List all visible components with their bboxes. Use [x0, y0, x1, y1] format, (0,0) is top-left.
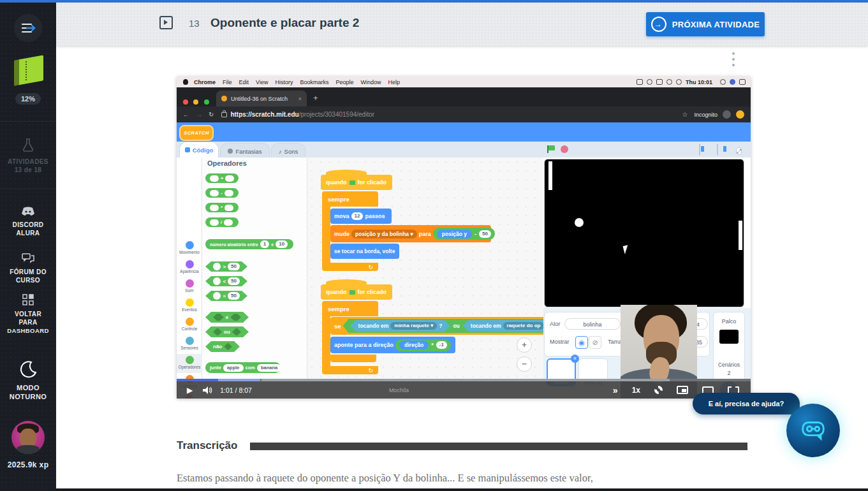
- volume-button[interactable]: [203, 386, 212, 394]
- not-block: não: [205, 341, 240, 352]
- picture-in-picture-icon[interactable]: [677, 386, 688, 394]
- hamburger-arrow-icon: [14, 14, 42, 42]
- flask-icon: [22, 138, 34, 153]
- category-aparencia: Aparência: [177, 260, 202, 274]
- operator-add-block: +: [205, 173, 239, 183]
- menubar-file: File: [223, 79, 232, 85]
- video-lesson-icon: [159, 16, 173, 29]
- night-label-1: MODO: [0, 384, 56, 392]
- drag-handle-dots[interactable]: [732, 52, 736, 69]
- screen-record-icon: [636, 79, 643, 85]
- forum-chat-icon: [21, 253, 35, 264]
- video-player[interactable]: Chrome File Edit View History Bookmarks …: [177, 77, 751, 399]
- dashboard-grid-icon: [22, 293, 34, 306]
- less-than-block: <50: [205, 276, 247, 286]
- clock-icon: [666, 79, 672, 85]
- subtract-operator: posição y - 50: [433, 228, 495, 240]
- scratch-toolbar: SCRATCH ▾ Arquivo Editar Tutoriais Untit…: [177, 122, 751, 142]
- scripts-canvas: quando for clicado sempre ↻ mova12passos…: [307, 158, 543, 381]
- block-palette: Operadores + - * / número aleatório entr…: [202, 158, 307, 381]
- block-category-column: Movimento Aparência Som Eventos Controle…: [177, 158, 202, 381]
- category-sensores: Sensores: [177, 337, 202, 350]
- back-icon: ←: [183, 111, 189, 118]
- right-paddle: [739, 221, 742, 250]
- category-eventos: Eventos: [177, 298, 202, 312]
- settings-gear-icon[interactable]: [654, 386, 663, 394]
- bookmark-star-icon: ☆: [682, 111, 688, 118]
- mouse-cursor: [623, 245, 630, 254]
- menubar-people: People: [335, 79, 353, 85]
- assistant-help-bubble[interactable]: E aí, precisa de ajuda?: [693, 393, 800, 414]
- fullscreen-stage-icon: ⤢: [736, 147, 742, 155]
- menubar-view: View: [256, 79, 268, 85]
- multiply-operator: direção * -1: [395, 339, 451, 351]
- arrow-circle-icon: [651, 17, 666, 32]
- close-window-icon: [183, 99, 188, 105]
- or-block: ou: [205, 326, 249, 337]
- backpack-label: Mochila: [389, 387, 409, 393]
- course-logo[interactable]: [14, 56, 43, 88]
- video-controls-bar: ▶ 1:01 / 8:07 Mochila » 1x: [177, 381, 751, 399]
- skip-button[interactable]: »: [613, 385, 617, 395]
- when-flag-clicked-hat-1: quando for clicado: [321, 175, 392, 190]
- if-arm: [330, 355, 376, 362]
- actor-label: Ator: [550, 321, 561, 327]
- sidebar-item-discord[interactable]: DISCORD ALURA: [0, 207, 56, 237]
- lock-icon: [221, 112, 227, 117]
- assistant-robot-button[interactable]: [786, 404, 840, 457]
- small-stage-layout-icon: [699, 143, 700, 156]
- user-avatar[interactable]: [11, 421, 45, 454]
- course-logo-shape: [18, 55, 43, 85]
- forever-spine-1: [322, 207, 330, 263]
- when-flag-clicked-hat-2: quando for clicado: [321, 284, 392, 300]
- traffic-lights: [183, 96, 212, 107]
- assistant-message: E aí, precisa de ajuda?: [709, 400, 784, 407]
- playback-speed-button[interactable]: 1x: [632, 386, 640, 395]
- tab-code: Código: [179, 142, 219, 158]
- expand-sidebar-button[interactable]: [14, 14, 42, 42]
- bounce-on-edge-block: se tocar na borda, volte: [330, 244, 399, 259]
- greater-than-block: >50: [205, 261, 247, 272]
- transcript-paragraph: Estamos passando à raquete do oponente a…: [177, 472, 751, 485]
- siri-icon: [730, 79, 735, 85]
- sidebar-item-forum[interactable]: FÓRUM DO CURSO: [0, 253, 56, 284]
- chrome-window-bar: Untitled-36 on Scratch × + ← → ↻ https:/…: [177, 87, 751, 122]
- next-activity-button[interactable]: PRÓXIMA ATIVIDADE: [646, 12, 765, 36]
- address-bar: ← → ↻ https://scratch.mit.edu/projects/3…: [177, 106, 751, 122]
- normal-stage-layout-icon: [717, 143, 718, 156]
- forward-icon: →: [196, 111, 202, 118]
- green-flag-cloth: [548, 145, 555, 150]
- course-logo-perforation: [26, 61, 27, 80]
- forever-block-1: sempre: [322, 191, 378, 207]
- category-controle: Controle: [177, 318, 202, 331]
- flag-icon: [349, 290, 355, 295]
- sidebar: 12% ATIVIDADES 13 de 18 DISCORD ALURA: [0, 3, 56, 491]
- visible-eye-icon: ◉: [575, 336, 588, 349]
- url-domain: https://scratch.mit.edu: [230, 111, 298, 118]
- profile-dot-icon: [736, 110, 744, 119]
- touching-paddle2-block: tocando em raquete do op: [463, 320, 543, 332]
- sidebar-item-activities[interactable]: ATIVIDADES 13 de 18: [0, 138, 56, 173]
- incognito-badge-icon: [723, 110, 731, 119]
- sprite-name-field: bolinha: [564, 318, 621, 330]
- sidebar-item-dashboard[interactable]: VOLTAR PARA DASHBOARD: [0, 293, 56, 334]
- point-in-direction-block: aponte para a direção direção * -1: [330, 337, 455, 353]
- moon-icon: [18, 360, 38, 379]
- user-xp: 2025.9k xp: [0, 460, 56, 469]
- backdrops-count: 2: [714, 370, 744, 376]
- sidebar-item-night-mode[interactable]: MODO NOTURNO: [0, 360, 56, 400]
- play-button[interactable]: ▶: [187, 386, 193, 395]
- minimize-window-icon: [193, 99, 198, 105]
- forever-arm-2: ↻: [322, 366, 378, 374]
- operator-subtract-block: -: [205, 188, 239, 198]
- forever-block-2: sempre: [322, 301, 378, 316]
- discord-label-2: ALURA: [0, 230, 56, 237]
- menubar-clock: Thu 10:01: [686, 79, 712, 85]
- hidden-eye-icon: ⊘: [589, 336, 601, 349]
- menubar-history: History: [275, 79, 293, 85]
- next-activity-label: PRÓXIMA ATIVIDADE: [672, 20, 760, 29]
- menubar-window: Window: [360, 79, 381, 85]
- dashboard-label-3: DASHBOARD: [0, 327, 56, 334]
- menubar-help: Help: [388, 79, 400, 85]
- transcript-heading: Transcrição: [177, 439, 237, 452]
